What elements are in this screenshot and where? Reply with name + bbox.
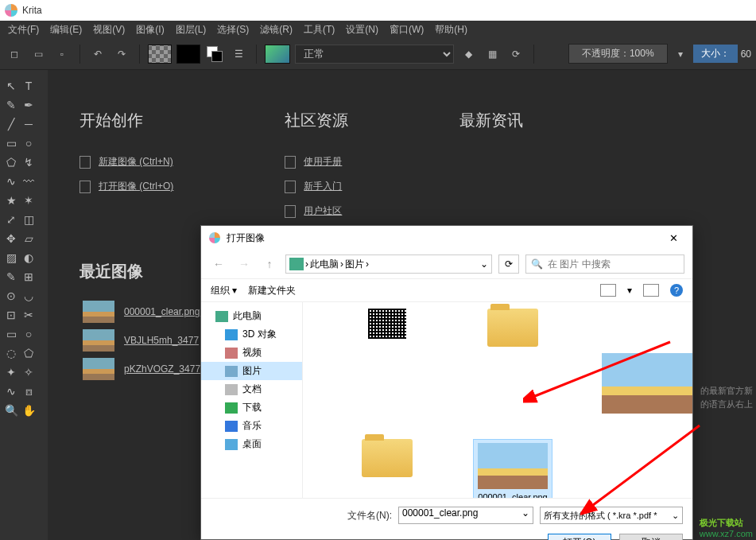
new-folder-button[interactable]: 新建文件夹 [248,284,296,297]
polygon-tool-icon[interactable]: ⬠ [3,154,19,170]
select-free-icon[interactable]: ◌ [3,345,19,361]
dynamic-tool-icon[interactable]: ★ [3,192,19,208]
gradient-tool-icon[interactable]: ◐ [21,250,37,266]
manual-link[interactable]: 使用手册 [285,155,348,169]
recent-item[interactable]: pKZhVOGZ_3477 [83,358,200,380]
brush-tool-icon[interactable]: ╱ [3,116,19,132]
ellipse-tool-icon[interactable]: ○ [21,135,37,151]
save-file-icon[interactable]: ▫ [52,45,72,64]
freehand-tool-icon[interactable]: 〰 [21,173,37,189]
shape-edit-icon[interactable]: ✎ [3,97,19,113]
menu-layer[interactable]: 图层(L) [171,21,211,38]
select-bezier-icon[interactable]: ∿ [3,383,19,399]
gradient-swatch[interactable] [176,45,200,64]
open-button[interactable]: 打开(O) [548,534,611,540]
new-file-icon[interactable]: ◻ [5,45,24,64]
brush-preset-icon[interactable] [265,45,290,64]
menu-filter[interactable]: 滤镜(R) [255,21,297,38]
fgbg-colors-icon[interactable] [205,45,224,64]
menu-file[interactable]: 文件(F) [3,21,44,38]
help-icon[interactable]: ? [670,284,683,297]
select-poly-icon[interactable]: ⬠ [21,345,37,361]
select-similar-icon[interactable]: ✧ [21,364,37,380]
back-icon[interactable]: ← [209,254,228,274]
tree-item-docs[interactable]: 文档 [201,380,302,398]
size-label[interactable]: 大小： [693,45,738,63]
file-item-folder[interactable] [347,439,427,498]
line-tool-icon[interactable]: ─ [21,116,37,132]
new-image-link[interactable]: 新建图像 (Ctrl+N) [79,155,173,169]
crop-tool-icon[interactable]: ◫ [21,212,37,227]
up-icon[interactable]: ↑ [260,254,279,274]
path-breadcrumb[interactable]: › 此电脑 › 图片 › ⌄ [285,254,492,274]
polyline-tool-icon[interactable]: ↯ [21,154,37,170]
list-icon[interactable]: ☰ [229,45,248,64]
size-value[interactable]: 60 [741,49,751,60]
fill-tool-icon[interactable]: ▨ [3,250,19,266]
transform-tool-icon[interactable]: ⤢ [3,212,19,227]
tree-item-pc[interactable]: 此电脑 [201,307,302,325]
community-link[interactable]: 用户社区 [285,204,348,218]
menu-edit[interactable]: 编辑(E) [45,21,87,38]
zoom-tool-icon[interactable]: 🔍 [3,402,19,418]
view-dropdown-icon[interactable]: ▾ [627,285,632,296]
tree-item-3d[interactable]: 3D 对象 [201,325,302,344]
reload-icon[interactable]: ⟳ [506,45,525,64]
ref-tool-icon[interactable]: ⊡ [3,307,19,323]
assist-tool-icon[interactable]: ⊙ [3,288,19,304]
tree-item-desktop[interactable]: 桌面 [201,435,302,453]
tree-item-pictures[interactable]: 图片 [201,362,302,380]
pan-tool-icon[interactable]: ✋ [21,402,37,418]
menu-view[interactable]: 视图(V) [88,21,130,38]
menu-image[interactable]: 图像(I) [131,21,169,38]
eraser-icon[interactable]: ◆ [459,45,478,64]
measure-tool-icon[interactable]: ◡ [21,288,37,304]
menu-settings[interactable]: 设置(N) [341,21,383,38]
opacity-dropdown-icon[interactable]: ▾ [671,45,690,64]
refresh-icon[interactable]: ⟳ [498,254,519,274]
opacity-box[interactable]: 不透明度：100% [568,44,668,64]
redo-icon[interactable]: ↷ [112,45,131,64]
filename-input[interactable]: 000001_clear.png⌄ [398,507,533,524]
menu-window[interactable]: 窗口(W) [385,21,428,38]
organize-menu[interactable]: 组织 ▾ [211,284,237,297]
calligraphy-icon[interactable]: ✒ [21,97,37,113]
forward-icon[interactable]: → [235,254,254,274]
select-contig-icon[interactable]: ✦ [3,364,19,380]
recent-item[interactable]: 000001_clear.png [83,301,200,323]
alpha-icon[interactable]: ▦ [483,45,502,64]
select-circle-icon[interactable]: ○ [21,326,37,342]
open-image-link[interactable]: 打开图像 (Ctrl+O) [79,180,173,193]
move2-tool-icon[interactable]: ✥ [3,231,19,247]
recent-item[interactable]: VBJLH5mh_3477 [83,329,200,352]
file-item-selected[interactable]: 000001_clear.png [473,439,552,498]
tree-item-downloads[interactable]: 下载 [201,398,302,417]
multi-tool-icon[interactable]: ✶ [21,192,37,208]
menu-select[interactable]: 选择(S) [212,21,254,38]
undo-icon[interactable]: ↶ [88,45,107,64]
smart-patch-icon[interactable]: ⊞ [21,269,37,285]
text-tool-icon[interactable]: T [21,78,37,94]
select-magnetic-icon[interactable]: ⧈ [21,383,37,399]
chevron-down-icon[interactable]: ⌄ [480,258,488,270]
blend-mode-select[interactable]: 正常 [295,45,454,64]
menu-help[interactable]: 帮助(H) [430,21,472,38]
move-tool-icon[interactable]: ↖ [3,78,19,94]
cancel-button[interactable]: 取消 [619,534,683,540]
view-mode-icon[interactable] [600,284,616,297]
preview-pane-icon[interactable] [643,284,659,297]
close-icon[interactable]: ✕ [662,230,684,246]
tree-item-music[interactable]: 音乐 [201,417,302,435]
pattern-swatch[interactable] [148,45,172,64]
bezier-tool-icon[interactable]: ∿ [3,173,19,189]
search-input[interactable]: 🔍在 图片 中搜索 [525,254,684,274]
rect-tool-icon[interactable]: ▭ [3,135,19,151]
picker-tool-icon[interactable]: ✎ [3,269,19,285]
menu-tools[interactable]: 工具(T) [299,21,339,38]
open-file-icon[interactable]: ▭ [29,45,48,64]
file-item[interactable] [347,309,427,347]
perspective-tool-icon[interactable]: ▱ [21,231,37,247]
annotate-tool-icon[interactable]: ✂ [21,307,37,323]
select-rect-icon[interactable]: ▭ [3,326,19,342]
tree-item-video[interactable]: 视频 [201,344,302,362]
